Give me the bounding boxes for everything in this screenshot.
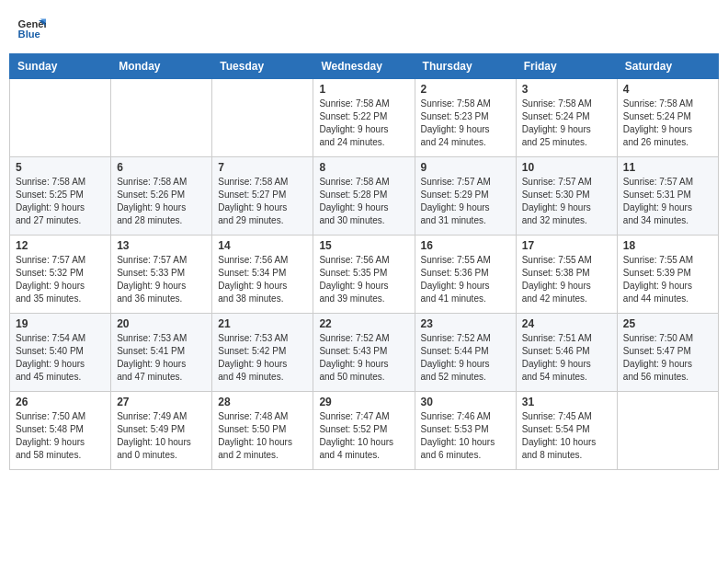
weekday-header: Sunday bbox=[10, 54, 111, 79]
day-info: Sunrise: 7:53 AM Sunset: 5:41 PM Dayligh… bbox=[117, 332, 206, 384]
calendar-cell bbox=[212, 79, 313, 157]
day-number: 16 bbox=[421, 239, 510, 252]
calendar-cell: 12Sunrise: 7:57 AM Sunset: 5:32 PM Dayli… bbox=[10, 236, 111, 314]
day-info: Sunrise: 7:56 AM Sunset: 5:34 PM Dayligh… bbox=[218, 254, 307, 305]
day-number: 4 bbox=[623, 83, 712, 96]
calendar-cell: 21Sunrise: 7:53 AM Sunset: 5:42 PM Dayli… bbox=[212, 314, 313, 392]
day-number: 21 bbox=[218, 317, 307, 330]
day-number: 19 bbox=[16, 317, 105, 330]
day-number: 14 bbox=[218, 239, 307, 252]
day-info: Sunrise: 7:48 AM Sunset: 5:50 PM Dayligh… bbox=[218, 410, 307, 462]
calendar-cell: 28Sunrise: 7:48 AM Sunset: 5:50 PM Dayli… bbox=[212, 392, 313, 470]
calendar-week-row: 5Sunrise: 7:58 AM Sunset: 5:25 PM Daylig… bbox=[10, 157, 719, 236]
calendar-week-row: 26Sunrise: 7:50 AM Sunset: 5:48 PM Dayli… bbox=[10, 392, 719, 470]
day-info: Sunrise: 7:58 AM Sunset: 5:27 PM Dayligh… bbox=[218, 176, 307, 227]
calendar-cell: 1Sunrise: 7:58 AM Sunset: 5:22 PM Daylig… bbox=[313, 79, 415, 157]
weekday-header: Thursday bbox=[415, 54, 516, 79]
day-number: 28 bbox=[218, 396, 307, 408]
weekday-header: Wednesday bbox=[313, 54, 415, 79]
day-number: 23 bbox=[421, 317, 510, 330]
day-info: Sunrise: 7:51 AM Sunset: 5:46 PM Dayligh… bbox=[522, 332, 611, 384]
day-info: Sunrise: 7:55 AM Sunset: 5:39 PM Dayligh… bbox=[623, 254, 712, 305]
day-info: Sunrise: 7:47 AM Sunset: 5:52 PM Dayligh… bbox=[319, 410, 408, 462]
calendar-cell: 27Sunrise: 7:49 AM Sunset: 5:49 PM Dayli… bbox=[111, 392, 212, 470]
weekday-header: Monday bbox=[111, 54, 212, 79]
calendar-cell: 30Sunrise: 7:46 AM Sunset: 5:53 PM Dayli… bbox=[415, 392, 516, 470]
calendar-cell: 31Sunrise: 7:45 AM Sunset: 5:54 PM Dayli… bbox=[516, 392, 617, 470]
calendar-cell: 16Sunrise: 7:55 AM Sunset: 5:36 PM Dayli… bbox=[415, 236, 516, 314]
calendar-cell: 26Sunrise: 7:50 AM Sunset: 5:48 PM Dayli… bbox=[10, 392, 111, 470]
calendar-cell: 25Sunrise: 7:50 AM Sunset: 5:47 PM Dayli… bbox=[617, 314, 718, 392]
day-info: Sunrise: 7:53 AM Sunset: 5:42 PM Dayligh… bbox=[218, 332, 307, 384]
day-number: 6 bbox=[117, 161, 206, 174]
svg-text:General: General bbox=[18, 18, 46, 29]
day-info: Sunrise: 7:45 AM Sunset: 5:54 PM Dayligh… bbox=[522, 410, 611, 462]
calendar-cell: 19Sunrise: 7:54 AM Sunset: 5:40 PM Dayli… bbox=[10, 314, 111, 392]
day-number: 3 bbox=[522, 83, 611, 96]
calendar-cell: 11Sunrise: 7:57 AM Sunset: 5:31 PM Dayli… bbox=[617, 157, 718, 236]
calendar-cell: 24Sunrise: 7:51 AM Sunset: 5:46 PM Dayli… bbox=[516, 314, 617, 392]
calendar-cell bbox=[617, 392, 718, 470]
calendar-cell: 22Sunrise: 7:52 AM Sunset: 5:43 PM Dayli… bbox=[313, 314, 415, 392]
day-number: 17 bbox=[522, 239, 611, 252]
calendar-cell: 5Sunrise: 7:58 AM Sunset: 5:25 PM Daylig… bbox=[10, 157, 111, 236]
day-info: Sunrise: 7:52 AM Sunset: 5:44 PM Dayligh… bbox=[421, 332, 510, 384]
day-number: 24 bbox=[522, 317, 611, 330]
svg-text:Blue: Blue bbox=[18, 29, 40, 40]
day-number: 12 bbox=[16, 239, 105, 252]
day-info: Sunrise: 7:57 AM Sunset: 5:29 PM Dayligh… bbox=[421, 176, 510, 227]
day-number: 20 bbox=[117, 317, 206, 330]
day-number: 8 bbox=[319, 161, 408, 174]
day-number: 1 bbox=[319, 83, 408, 96]
day-info: Sunrise: 7:58 AM Sunset: 5:23 PM Dayligh… bbox=[421, 98, 510, 149]
day-number: 31 bbox=[522, 396, 611, 408]
calendar-cell: 9Sunrise: 7:57 AM Sunset: 5:29 PM Daylig… bbox=[415, 157, 516, 236]
day-info: Sunrise: 7:57 AM Sunset: 5:30 PM Dayligh… bbox=[522, 176, 611, 227]
weekday-header: Friday bbox=[516, 54, 617, 79]
calendar-cell bbox=[10, 79, 111, 157]
weekday-header: Tuesday bbox=[212, 54, 313, 79]
calendar-cell bbox=[111, 79, 212, 157]
day-info: Sunrise: 7:50 AM Sunset: 5:48 PM Dayligh… bbox=[16, 410, 105, 462]
calendar-cell: 8Sunrise: 7:58 AM Sunset: 5:28 PM Daylig… bbox=[313, 157, 415, 236]
day-number: 27 bbox=[117, 396, 206, 408]
day-info: Sunrise: 7:57 AM Sunset: 5:33 PM Dayligh… bbox=[117, 254, 206, 305]
calendar-cell: 23Sunrise: 7:52 AM Sunset: 5:44 PM Dayli… bbox=[415, 314, 516, 392]
day-info: Sunrise: 7:49 AM Sunset: 5:49 PM Dayligh… bbox=[117, 410, 206, 462]
day-info: Sunrise: 7:58 AM Sunset: 5:25 PM Dayligh… bbox=[16, 176, 105, 227]
day-info: Sunrise: 7:58 AM Sunset: 5:24 PM Dayligh… bbox=[522, 98, 611, 149]
calendar-cell: 7Sunrise: 7:58 AM Sunset: 5:27 PM Daylig… bbox=[212, 157, 313, 236]
day-number: 18 bbox=[623, 239, 712, 252]
day-info: Sunrise: 7:58 AM Sunset: 5:28 PM Dayligh… bbox=[319, 176, 408, 227]
calendar-cell: 10Sunrise: 7:57 AM Sunset: 5:30 PM Dayli… bbox=[516, 157, 617, 236]
day-number: 10 bbox=[522, 161, 611, 174]
day-info: Sunrise: 7:57 AM Sunset: 5:31 PM Dayligh… bbox=[623, 176, 712, 227]
day-number: 9 bbox=[421, 161, 510, 174]
day-number: 15 bbox=[319, 239, 408, 252]
day-info: Sunrise: 7:57 AM Sunset: 5:32 PM Dayligh… bbox=[16, 254, 105, 305]
day-info: Sunrise: 7:55 AM Sunset: 5:36 PM Dayligh… bbox=[421, 254, 510, 305]
logo-icon: General Blue bbox=[17, 13, 46, 42]
calendar-cell: 6Sunrise: 7:58 AM Sunset: 5:26 PM Daylig… bbox=[111, 157, 212, 236]
calendar-cell: 20Sunrise: 7:53 AM Sunset: 5:41 PM Dayli… bbox=[111, 314, 212, 392]
calendar-cell: 3Sunrise: 7:58 AM Sunset: 5:24 PM Daylig… bbox=[516, 79, 617, 157]
weekday-header: Saturday bbox=[617, 54, 718, 79]
day-info: Sunrise: 7:46 AM Sunset: 5:53 PM Dayligh… bbox=[421, 410, 510, 462]
day-number: 13 bbox=[117, 239, 206, 252]
day-number: 26 bbox=[16, 396, 105, 408]
day-number: 7 bbox=[218, 161, 307, 174]
calendar-cell: 2Sunrise: 7:58 AM Sunset: 5:23 PM Daylig… bbox=[415, 79, 516, 157]
day-info: Sunrise: 7:54 AM Sunset: 5:40 PM Dayligh… bbox=[16, 332, 105, 384]
calendar-cell: 18Sunrise: 7:55 AM Sunset: 5:39 PM Dayli… bbox=[617, 236, 718, 314]
day-number: 2 bbox=[421, 83, 510, 96]
day-number: 11 bbox=[623, 161, 712, 174]
calendar-cell: 4Sunrise: 7:58 AM Sunset: 5:24 PM Daylig… bbox=[617, 79, 718, 157]
day-info: Sunrise: 7:58 AM Sunset: 5:22 PM Dayligh… bbox=[319, 98, 408, 149]
calendar-week-row: 19Sunrise: 7:54 AM Sunset: 5:40 PM Dayli… bbox=[10, 314, 719, 392]
logo: General Blue bbox=[17, 13, 50, 42]
day-info: Sunrise: 7:52 AM Sunset: 5:43 PM Dayligh… bbox=[319, 332, 408, 384]
day-number: 5 bbox=[16, 161, 105, 174]
day-info: Sunrise: 7:58 AM Sunset: 5:24 PM Dayligh… bbox=[623, 98, 712, 149]
day-number: 22 bbox=[319, 317, 408, 330]
calendar-table: SundayMondayTuesdayWednesdayThursdayFrid… bbox=[9, 53, 719, 470]
